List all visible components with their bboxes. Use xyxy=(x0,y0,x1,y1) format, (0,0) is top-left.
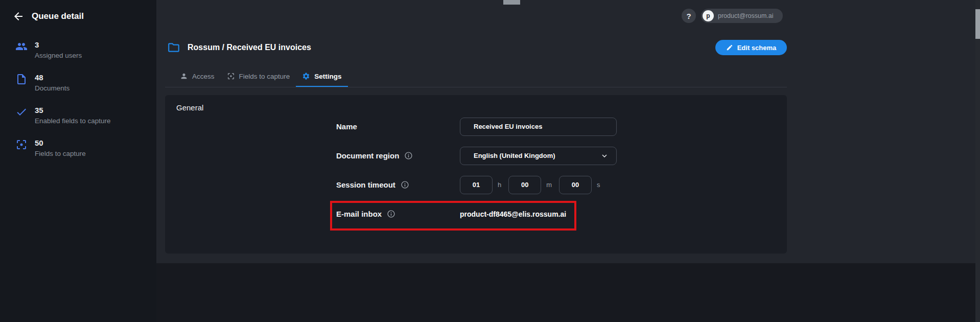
stat-fields-to-capture: 50 Fields to capture xyxy=(0,132,156,165)
document-region-select[interactable]: English (United Kingdom) xyxy=(460,147,617,165)
stat-label: Assigned users xyxy=(35,51,82,60)
tab-fields-to-capture[interactable]: Fields to capture xyxy=(221,65,296,87)
email-inbox-value: product-df8465@elis.rossum.ai xyxy=(460,210,566,218)
stat-documents: 48 Documents xyxy=(0,66,156,99)
tab-label: Settings xyxy=(314,73,341,80)
page-title: Queue detail xyxy=(32,11,84,21)
help-button[interactable]: ? xyxy=(682,9,696,23)
general-panel: General Name Document region xyxy=(165,95,787,254)
session-timeout-label: Session timeout xyxy=(336,180,395,189)
top-scrollbar-fragment xyxy=(503,0,520,5)
edit-schema-label: Edit schema xyxy=(737,44,777,52)
sidebar-header: Queue detail xyxy=(0,0,156,22)
selected-region: English (United Kingdom) xyxy=(474,152,555,159)
stat-enabled-fields: 35 Enabled fields to capture xyxy=(0,99,156,132)
name-label: Name xyxy=(336,122,357,131)
tab-bar: Access Fields to capture Settings xyxy=(174,65,348,87)
timeout-hours-input[interactable] xyxy=(460,176,493,194)
sidebar: Queue detail 3 Assigned users 48 Documen… xyxy=(0,0,156,322)
session-timeout-row: Session timeout h m s xyxy=(336,170,776,199)
info-icon[interactable] xyxy=(401,180,409,189)
check-icon xyxy=(15,106,28,118)
folder-icon xyxy=(167,41,180,54)
tabs-divider xyxy=(165,87,787,87)
tab-settings[interactable]: Settings xyxy=(296,65,347,87)
main-content: ? p product@rossum.ai Rossum / Received … xyxy=(156,0,980,322)
settings-form: Name Document region English (United Kin… xyxy=(336,112,776,228)
stat-label: Enabled fields to capture xyxy=(35,116,111,126)
queue-stats: 3 Assigned users 48 Documents 35 Enabled… xyxy=(0,34,156,165)
email-inbox-row: E-mail inbox product-df8465@elis.rossum.… xyxy=(336,199,776,228)
assigned-users-icon xyxy=(15,40,28,53)
info-icon[interactable] xyxy=(404,151,413,160)
user-email: product@rossum.ai xyxy=(718,12,774,19)
pencil-icon xyxy=(726,44,733,51)
stat-label: Documents xyxy=(35,83,69,93)
panel-title: General xyxy=(176,103,203,112)
name-row: Name xyxy=(336,112,776,141)
chevron-down-icon xyxy=(600,151,609,160)
stat-value: 50 xyxy=(35,138,86,148)
seconds-unit: s xyxy=(597,181,600,189)
tab-label: Access xyxy=(192,73,215,80)
content-bottom-area xyxy=(156,263,980,322)
hours-unit: h xyxy=(498,181,501,189)
stat-value: 35 xyxy=(35,105,111,116)
arrow-left-icon xyxy=(12,16,25,24)
back-button[interactable] xyxy=(12,10,25,22)
document-region-label: Document region xyxy=(336,151,399,160)
timeout-seconds-input[interactable] xyxy=(559,176,592,194)
document-region-row: Document region English (United Kingdom) xyxy=(336,141,776,170)
person-icon xyxy=(180,72,188,80)
stat-value: 3 xyxy=(35,40,82,50)
tab-label: Fields to capture xyxy=(239,73,290,80)
name-input[interactable] xyxy=(460,118,617,136)
stat-label: Fields to capture xyxy=(35,149,86,158)
avatar: p xyxy=(703,10,714,21)
vertical-scrollbar-track[interactable] xyxy=(975,0,980,322)
documents-icon xyxy=(15,73,28,85)
vertical-scrollbar-thumb[interactable] xyxy=(975,9,980,39)
queue-title-row: Rossum / Received EU invoices xyxy=(167,40,311,55)
stat-assigned-users: 3 Assigned users xyxy=(0,34,156,66)
fields-to-capture-icon xyxy=(15,139,28,151)
timeout-minutes-input[interactable] xyxy=(508,176,541,194)
info-icon[interactable] xyxy=(387,210,395,218)
tab-access[interactable]: Access xyxy=(174,65,221,87)
edit-schema-button[interactable]: Edit schema xyxy=(715,40,787,55)
gear-icon xyxy=(302,72,310,80)
email-inbox-label: E-mail inbox xyxy=(336,210,382,218)
minutes-unit: m xyxy=(546,181,552,189)
breadcrumb: Rossum / Received EU invoices xyxy=(188,43,311,52)
capture-icon xyxy=(227,72,235,80)
stat-value: 48 xyxy=(35,73,69,83)
user-menu[interactable]: p product@rossum.ai xyxy=(701,9,783,23)
